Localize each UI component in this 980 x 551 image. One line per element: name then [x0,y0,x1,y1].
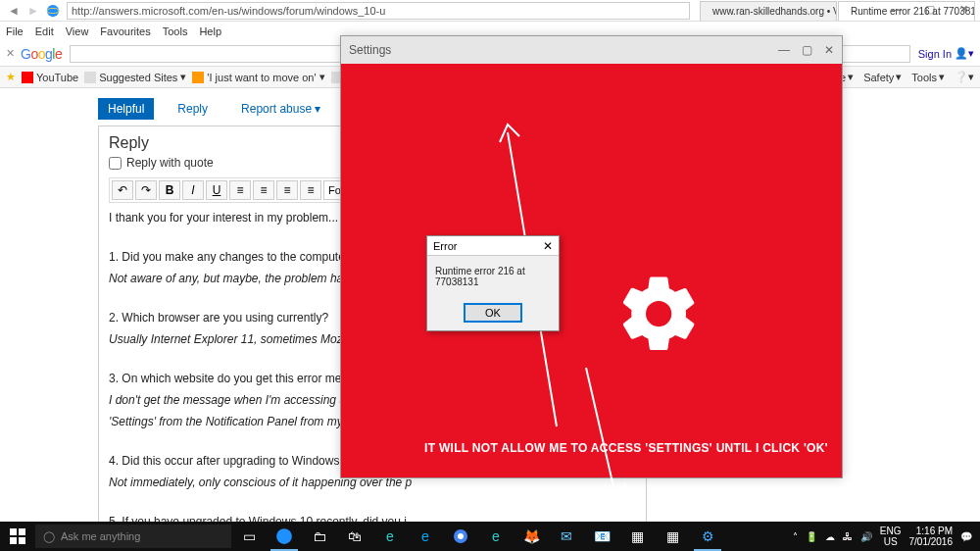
svg-rect-5 [19,528,25,535]
task-store[interactable]: 🛍 [337,522,372,551]
task-explorer[interactable]: 🗀 [302,522,337,551]
settings-title: Settings [349,43,391,57]
svg-point-10 [458,533,464,539]
sign-in-link[interactable]: Sign In 👤▾ [918,47,974,60]
window-controls: — ▢ ✕ [880,0,980,18]
google-logo: Google [21,46,62,62]
error-title: Error [433,240,457,252]
task-view-button[interactable]: ▭ [231,522,267,551]
task-ie[interactable] [267,522,302,551]
menu-favourites[interactable]: Favourites [100,25,150,37]
menu-help[interactable]: Help [199,25,221,37]
error-ok-button[interactable]: OK [464,303,522,323]
bold-button[interactable]: B [159,180,180,200]
fav-suggested[interactable]: Suggested Sites ▾ [84,71,186,83]
tab-ran[interactable]: www.ran-skilledhands.org • Vi... [700,1,837,21]
task-settings[interactable]: ⚙ [690,522,725,551]
task-app[interactable]: ▦ [619,522,655,551]
menu-edit[interactable]: Edit [35,25,54,37]
menu-file[interactable]: File [6,25,24,37]
svg-rect-7 [19,537,25,544]
settings-close-button[interactable]: ✕ [824,43,834,57]
fav-youtube[interactable]: YouTube [22,72,78,83]
align-justify-button[interactable]: ≡ [300,180,321,200]
tray-chevron-icon[interactable]: ˄ [793,531,798,542]
tray-lang[interactable]: ENG US [880,526,902,547]
task-app2[interactable]: ▦ [655,522,690,551]
taskbar-search[interactable]: ◯ Ask me anything [35,525,231,548]
tray-notifications-icon[interactable]: 💬 [960,531,972,542]
tab-reply[interactable]: Reply [168,98,218,120]
redo-button[interactable]: ↷ [135,180,157,200]
close-bar-icon[interactable]: ✕ [6,47,15,60]
minimize-button[interactable]: — [880,0,913,18]
task-mail[interactable]: ✉ [549,522,584,551]
task-chrome[interactable] [443,522,478,551]
toolbar-safety[interactable]: Safety ▾ [863,71,902,83]
menu-tools[interactable]: Tools [163,25,188,37]
tab-report[interactable]: Report abuse ▾ [231,98,330,120]
settings-max-button[interactable]: ▢ [802,43,812,57]
start-button[interactable] [0,522,35,551]
forward-button[interactable]: ► [24,2,43,20]
back-button[interactable]: ◄ [4,2,24,20]
ie-icon [46,4,60,18]
arrow-annotation [576,358,635,505]
task-ie2[interactable]: e [478,522,514,551]
menu-view[interactable]: View [66,25,89,37]
settings-window: Settings — ▢ ✕ IT WILL NOT ALLOW ME TO A… [340,35,843,478]
fav-moveon[interactable]: 'I just want to move on' ▾ [192,71,324,83]
svg-rect-4 [10,528,17,535]
toolbar-tools[interactable]: Tools ▾ [911,71,945,83]
taskbar: ◯ Ask me anything ▭ 🗀 🛍 e e e 🦊 ✉ 📧 ▦ ▦ … [0,522,980,551]
svg-point-0 [47,4,59,16]
settings-min-button[interactable]: — [778,43,790,57]
task-firefox[interactable]: 🦊 [514,522,549,551]
tab-label: www.ran-skilledhands.org • Vi... [712,6,837,17]
error-message: Runtime error 216 at 77038131 [427,256,559,297]
close-button[interactable]: ✕ [947,0,980,18]
svg-rect-6 [10,537,17,544]
favorites-star-icon[interactable]: ★ [6,71,16,83]
task-edge[interactable]: e [372,522,408,551]
align-left-button[interactable]: ≡ [229,180,251,200]
align-center-button[interactable]: ≡ [253,180,274,200]
error-close-button[interactable]: ✕ [543,239,553,253]
tray-battery-icon[interactable]: 🔋 [806,531,817,542]
tray-clock[interactable]: 1:16 PM 7/01/2016 [909,526,954,547]
task-outlook[interactable]: 📧 [584,522,619,551]
annotation-text: IT WILL NOT ALLOW ME TO ACCESS 'SETTINGS… [424,441,828,455]
url-text: http://answers.microsoft.com/en-us/windo… [72,5,385,17]
tray-volume-icon[interactable]: 🔊 [860,531,872,542]
underline-button[interactable]: U [206,180,227,200]
maximize-button[interactable]: ▢ [913,0,947,18]
task-edge2[interactable]: e [408,522,443,551]
tray-onedrive-icon[interactable]: ☁ [825,531,835,542]
tray-network-icon[interactable]: 🖧 [843,531,853,542]
tab-helpful[interactable]: Helpful [98,98,154,120]
italic-button[interactable]: I [182,180,204,200]
error-dialog: Error ✕ Runtime error 216 at 77038131 OK [426,235,560,331]
undo-button[interactable]: ↶ [112,180,133,200]
toolbar-help-icon[interactable]: ❔▾ [955,71,974,83]
align-right-button[interactable]: ≡ [276,180,298,200]
gear-icon [615,270,704,358]
svg-line-3 [586,368,615,495]
svg-point-8 [276,528,292,544]
address-bar[interactable]: http://answers.microsoft.com/en-us/windo… [67,2,690,20]
